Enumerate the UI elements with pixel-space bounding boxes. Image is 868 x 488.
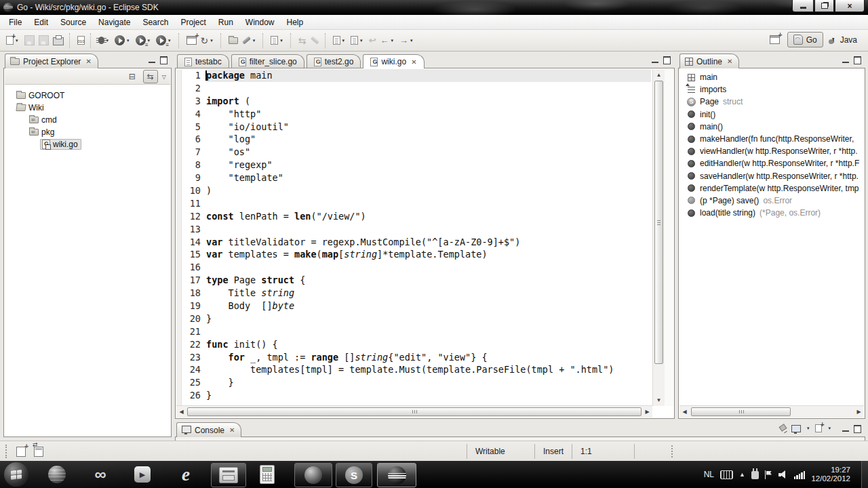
previous-annotation-button[interactable]: ▾ bbox=[349, 35, 366, 46]
outline-item[interactable]: editHandler(w http.ResponseWriter, r *ht… bbox=[679, 157, 864, 169]
action-center-flag-icon[interactable] bbox=[765, 470, 772, 479]
code-line-3[interactable]: 3import ( bbox=[182, 95, 651, 108]
maximize-view-icon[interactable] bbox=[854, 425, 861, 433]
new-project-button[interactable] bbox=[185, 35, 198, 46]
skype-button[interactable]: S bbox=[336, 463, 372, 487]
next-annotation-button[interactable]: ▾ bbox=[332, 35, 349, 46]
maximize-view-icon[interactable] bbox=[854, 56, 861, 64]
outline-item[interactable]: makeHandler(fn func(http.ResponseWriter, bbox=[679, 133, 864, 145]
horizontal-scrollbar-thumb[interactable] bbox=[187, 407, 642, 416]
scroll-left-icon[interactable]: ◀ bbox=[176, 406, 186, 418]
volume-icon[interactable] bbox=[778, 470, 788, 479]
menu-window[interactable]: Window bbox=[239, 16, 281, 29]
synchronize-button[interactable]: ⇆ bbox=[297, 35, 308, 47]
outline-horizontal-scrollbar[interactable]: ◀ ▶ bbox=[679, 405, 864, 418]
run-history-button[interactable]: ▾ bbox=[134, 34, 154, 47]
outline-item[interactable]: (p *Page) save()os.Error bbox=[679, 195, 864, 207]
menu-project[interactable]: Project bbox=[174, 16, 212, 29]
search-button[interactable]: ▾ bbox=[241, 37, 259, 45]
binary-file-button[interactable] bbox=[76, 35, 86, 46]
debug-button[interactable]: ▾ bbox=[97, 35, 113, 45]
close-button[interactable]: × bbox=[835, 0, 865, 12]
minimize-view-icon[interactable] bbox=[842, 428, 849, 432]
menu-help[interactable]: Help bbox=[281, 16, 310, 29]
minimize-view-icon[interactable] bbox=[842, 60, 849, 63]
vertical-scrollbar[interactable]: ▲ ▼ bbox=[652, 69, 665, 406]
editor-tab-wiki.go[interactable]: wiki.go✕ bbox=[363, 54, 424, 68]
tree-item-pkg[interactable]: pkg bbox=[5, 126, 170, 138]
menu-navigate[interactable]: Navigate bbox=[92, 16, 136, 29]
code-line-5[interactable]: 5 "io/ioutil" bbox=[182, 121, 651, 134]
power-icon[interactable] bbox=[751, 471, 759, 479]
task-button[interactable]: ▾ bbox=[269, 35, 286, 46]
menu-source[interactable]: Source bbox=[54, 16, 92, 29]
save-all-button[interactable] bbox=[37, 34, 50, 47]
view-switch-icon[interactable] bbox=[34, 447, 43, 457]
close-view-icon[interactable]: ✕ bbox=[727, 58, 732, 65]
profile-button[interactable]: ▾ bbox=[155, 34, 174, 47]
tree-item-wiki.go[interactable]: wiki.go bbox=[5, 138, 170, 150]
close-view-icon[interactable]: ✕ bbox=[229, 426, 235, 434]
tree-item-cmd[interactable]: cmd bbox=[5, 114, 170, 126]
perspective-java-button[interactable]: Java bbox=[823, 33, 863, 47]
close-tab-icon[interactable]: ✕ bbox=[411, 58, 416, 66]
calculator-icon[interactable] bbox=[252, 463, 282, 486]
internet-explorer-icon[interactable]: e bbox=[171, 463, 201, 486]
open-console-icon[interactable] bbox=[815, 424, 822, 432]
outline-item[interactable]: main() bbox=[679, 121, 864, 133]
editor-tab-testabc[interactable]: testabc bbox=[177, 54, 229, 68]
outline-item[interactable]: Pagestruct bbox=[679, 96, 864, 108]
scroll-down-icon[interactable]: ▼ bbox=[653, 395, 665, 405]
code-line-14[interactable]: 14var titleValidator = regexp.MustCompil… bbox=[182, 236, 651, 249]
last-edit-location-button[interactable]: ↩ bbox=[368, 34, 378, 47]
restore-button[interactable] bbox=[814, 0, 834, 12]
code-editor[interactable]: 1package main23import (4 "http"5 "io/iou… bbox=[182, 69, 651, 406]
save-button[interactable] bbox=[23, 34, 36, 47]
outline-scrollbar-thumb[interactable] bbox=[691, 407, 791, 416]
outline-item[interactable]: init() bbox=[679, 108, 864, 121]
code-line-20[interactable]: 20} bbox=[182, 312, 651, 325]
view-menu-icon[interactable]: ▽ bbox=[162, 74, 166, 80]
tab-project-explorer[interactable]: Project Explorer ✕ bbox=[5, 54, 98, 68]
eclipse-taskbar-button[interactable] bbox=[377, 463, 416, 487]
menu-file[interactable]: File bbox=[3, 16, 28, 29]
show-desktop-button[interactable] bbox=[861, 461, 868, 488]
tree-item-GOROOT[interactable]: GOROOT bbox=[5, 89, 170, 102]
maximize-view-icon[interactable] bbox=[160, 56, 167, 64]
hidden-icons-chevron[interactable]: ▲ bbox=[739, 471, 745, 478]
code-line-17[interactable]: 17type Page struct { bbox=[182, 274, 651, 287]
print-button[interactable] bbox=[52, 34, 65, 47]
tree-item-Wiki[interactable]: Wiki bbox=[5, 102, 170, 114]
network-signal-icon[interactable] bbox=[794, 470, 806, 479]
code-line-15[interactable]: 15var templates = make(map[string]*templ… bbox=[182, 248, 651, 261]
code-line-24[interactable]: 24 templates[tmpl] = template.Must(templ… bbox=[182, 363, 651, 376]
format-button[interactable] bbox=[309, 37, 321, 43]
outline-item[interactable]: main bbox=[679, 71, 864, 83]
horizontal-scrollbar[interactable]: ◀ ▶ bbox=[176, 405, 652, 418]
code-line-2[interactable]: 2 bbox=[182, 82, 651, 95]
open-resource-button[interactable] bbox=[227, 36, 239, 45]
start-button[interactable] bbox=[4, 462, 28, 487]
code-line-11[interactable]: 11 bbox=[182, 197, 651, 210]
code-line-10[interactable]: 10) bbox=[182, 184, 651, 197]
code-line-25[interactable]: 25 } bbox=[182, 376, 651, 389]
minimize-button[interactable] bbox=[792, 0, 814, 12]
tab-console[interactable]: Console ✕ bbox=[176, 422, 241, 437]
code-line-12[interactable]: 12const lenPath = len("/view/") bbox=[182, 210, 651, 223]
network-globe-icon[interactable] bbox=[42, 463, 72, 486]
scroll-right-icon[interactable]: ▶ bbox=[854, 406, 864, 418]
pin-console-icon[interactable] bbox=[779, 424, 787, 432]
outline-item[interactable]: renderTemplate(w http.ResponseWriter, tm… bbox=[679, 182, 864, 195]
link-with-editor-button[interactable]: ⇆ bbox=[143, 70, 158, 83]
menu-run[interactable]: Run bbox=[212, 16, 239, 29]
refresh-button[interactable]: ↻▾ bbox=[199, 35, 216, 47]
media-player-icon[interactable]: ▶ bbox=[127, 463, 157, 486]
code-line-9[interactable]: 9 "template" bbox=[182, 171, 651, 184]
file-explorer-button[interactable] bbox=[211, 463, 246, 487]
language-indicator[interactable]: NL bbox=[704, 470, 714, 479]
display-console-icon[interactable] bbox=[791, 425, 801, 432]
new-wizard-button[interactable]: ▾ bbox=[5, 35, 22, 46]
code-line-4[interactable]: 4 "http" bbox=[182, 108, 651, 121]
infinity-app-icon[interactable]: ∞ bbox=[85, 463, 115, 486]
menu-edit[interactable]: Edit bbox=[28, 16, 54, 29]
